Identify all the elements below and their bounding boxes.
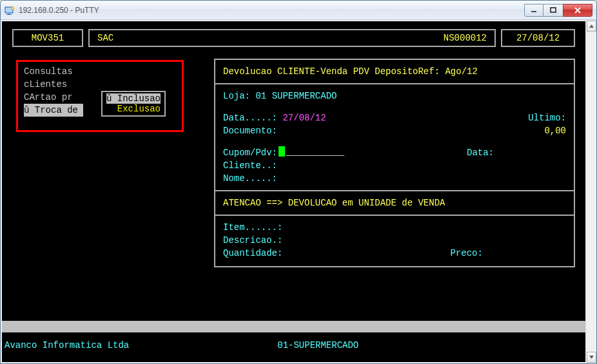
warn-text: ATENCAO ==> DEVOLUCAO em UNIDADE de VEND… (223, 196, 566, 209)
documento-label: Documento: (223, 124, 277, 137)
svg-marker-7 (589, 24, 594, 28)
data-label: Data.....: (223, 111, 277, 124)
status-separator (2, 321, 585, 332)
footer-company: Avanco Informatica Ltda (5, 340, 129, 350)
vertical-scrollbar[interactable] (585, 20, 596, 363)
descr-label: Descricao.: (223, 234, 282, 247)
close-button[interactable] (563, 4, 592, 17)
window-title: 192.168.0.250 - PuTTY (19, 6, 524, 15)
cursor (279, 146, 285, 157)
documento-value: 0,00 (544, 124, 566, 137)
submenu-item[interactable]: Exclusao (106, 104, 161, 114)
header-app: SAC NS000012 (88, 29, 496, 47)
maximize-button[interactable] (543, 4, 563, 17)
footer-location: 01-SUPERMERCADO (277, 340, 358, 350)
app-icon (5, 5, 15, 15)
form-panel: Devolucao CLIENTE-Venda PDV DepositoRef:… (214, 59, 575, 267)
header-code: MOV351 (12, 29, 83, 47)
form-title: Devolucao CLIENTE-Venda PDV DepositoRef:… (223, 65, 566, 78)
submenu-item[interactable]: û Inclusao (106, 93, 161, 104)
svg-marker-8 (589, 356, 594, 359)
menu-item[interactable]: û Troca de (24, 104, 83, 117)
qtd-label: Quantidade: (223, 247, 282, 260)
preco-label: Preco: (450, 247, 482, 260)
cupom-label: Cupom/Pdv: (223, 146, 277, 159)
client-area: MOV351 SAC NS000012 27/08/12 ConsultascL… (1, 20, 596, 363)
loja-value: 01 SUPERMERCADO (255, 90, 337, 102)
cupom-data-label: Data: (467, 146, 494, 159)
footer: Avanco Informatica Ltda 01-SUPERMERCADO (2, 340, 585, 350)
titlebar[interactable]: 192.168.0.250 - PuTTY (1, 1, 596, 20)
scroll-down-button[interactable] (587, 352, 596, 363)
minimize-button[interactable] (524, 4, 543, 17)
terminal[interactable]: MOV351 SAC NS000012 27/08/12 ConsultascL… (2, 21, 585, 362)
menu-item[interactable]: Consultas (24, 65, 83, 78)
window-controls (524, 4, 592, 17)
svg-rect-1 (8, 13, 10, 14)
header-date: 27/08/12 (501, 29, 575, 47)
header-app-label: SAC (97, 33, 113, 43)
menu-item[interactable]: CArtao pr (24, 91, 83, 104)
header-session: NS000012 (444, 33, 487, 43)
cupom-input[interactable] (286, 146, 344, 156)
cliente-label: Cliente..: (223, 159, 277, 172)
submenu: û Inclusao Exclusao (101, 91, 166, 117)
header-bar: MOV351 SAC NS000012 27/08/12 (12, 29, 575, 47)
item-label: Item......: (223, 221, 282, 234)
nome-label: Nome.....: (223, 172, 277, 185)
menu-item[interactable]: cLientes (24, 78, 83, 91)
main-menu: ConsultascLientesCArtao prû Troca de û I… (24, 65, 83, 267)
svg-rect-4 (551, 8, 556, 12)
scroll-up-button[interactable] (587, 21, 596, 32)
data-value: 27/08/12 (282, 111, 326, 124)
loja-label: Loja: (223, 90, 250, 102)
svg-rect-2 (6, 14, 12, 15)
ultimo-label: Ultimo: (528, 111, 566, 124)
putty-window: 192.168.0.250 - PuTTY MOV351 SAC NS00001… (0, 0, 597, 364)
